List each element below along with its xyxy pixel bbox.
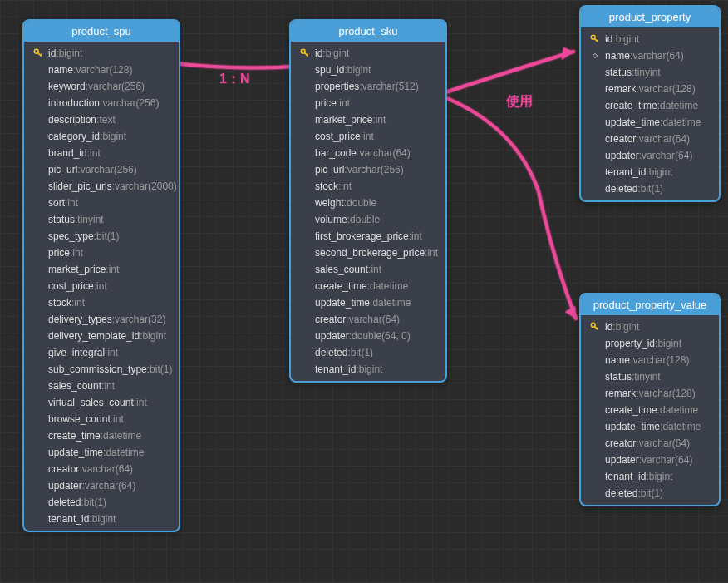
table-row[interactable]: give_integral: int: [24, 344, 179, 361]
table-row[interactable]: tenant_id: bigint: [581, 164, 719, 180]
table-row[interactable]: updater: varchar(64): [24, 477, 179, 494]
table-row[interactable]: update_time: datetime: [581, 114, 719, 131]
table-row[interactable]: pic_url: varchar(256): [24, 161, 179, 178]
table-row[interactable]: sales_count: int: [24, 378, 179, 394]
table-row[interactable]: second_brokerage_price: int: [291, 245, 445, 261]
table-row[interactable]: introduction: varchar(256): [24, 95, 179, 111]
table-row[interactable]: creator: varchar(64): [291, 311, 445, 328]
table-row[interactable]: first_brokerage_price: int: [291, 228, 445, 245]
field-name: stock: [315, 180, 338, 193]
field-type: varchar(64): [349, 313, 400, 326]
table-row[interactable]: name: varchar(128): [581, 352, 719, 368]
table-row[interactable]: spu_id: bigint: [291, 62, 445, 78]
field-name: id: [605, 32, 612, 46]
table-row[interactable]: price: int: [291, 95, 445, 111]
table-header[interactable]: product_sku: [291, 21, 445, 42]
table-row[interactable]: sort: int: [24, 195, 179, 211]
field-type: varchar(256): [102, 96, 159, 110]
table-row[interactable]: creator: varchar(64): [581, 435, 719, 452]
field-type: bigint: [142, 329, 166, 343]
field-type: bigint: [59, 47, 83, 60]
field-type: int: [411, 230, 422, 243]
table-row[interactable]: updater: double(64, 0): [291, 328, 445, 344]
field-type: int: [72, 246, 83, 259]
table-row[interactable]: update_time: datetime: [291, 294, 445, 311]
table-row[interactable]: spec_type: bit(1): [24, 228, 179, 245]
table-row[interactable]: bar_code: varchar(64): [291, 145, 445, 161]
blank-icon: [299, 131, 311, 142]
table-row[interactable]: tenant_id: bigint: [24, 511, 179, 527]
field-type: varchar(512): [362, 80, 419, 93]
table-row[interactable]: browse_count: int: [24, 411, 179, 427]
table-row[interactable]: volume: double: [291, 211, 445, 228]
table-row[interactable]: sub_commission_type: bit(1): [24, 361, 179, 378]
table-header[interactable]: product_spu: [24, 21, 179, 42]
table-row[interactable]: updater: varchar(64): [581, 452, 719, 468]
table-spu[interactable]: product_spuid: bigintname: varchar(128)k…: [22, 19, 180, 532]
table-row[interactable]: tenant_id: bigint: [291, 361, 445, 378]
table-row[interactable]: slider_pic_urls: varchar(2000): [24, 178, 179, 195]
table-row[interactable]: create_time: datetime: [581, 402, 719, 418]
table-row[interactable]: delivery_template_id: bigint: [24, 328, 179, 344]
table-row[interactable]: status: tinyint: [581, 368, 719, 385]
table-row[interactable]: category_id: bigint: [24, 128, 179, 145]
field-type: varchar(2000): [115, 180, 177, 193]
table-row[interactable]: id: bigint: [581, 31, 719, 47]
table-row[interactable]: keyword: varchar(256): [24, 78, 179, 95]
table-row[interactable]: pic_url: varchar(256): [291, 161, 445, 178]
table-row[interactable]: creator: varchar(64): [24, 461, 179, 477]
table-header[interactable]: product_property_value: [581, 294, 719, 315]
field-name: update_time: [605, 420, 660, 433]
field-type: bigint: [657, 337, 681, 350]
field-type: bit(1): [641, 182, 663, 195]
table-row[interactable]: cost_price: int: [291, 128, 445, 145]
field-type: datetime: [662, 116, 701, 129]
table-row[interactable]: market_price: int: [291, 111, 445, 128]
table-row[interactable]: deleted: bit(1): [24, 494, 179, 511]
table-row[interactable]: name: varchar(64): [581, 47, 719, 64]
table-property_value[interactable]: product_property_valueid: bigintproperty…: [579, 293, 721, 506]
table-row[interactable]: weight: double: [291, 195, 445, 211]
table-row[interactable]: delivery_types: varchar(32): [24, 311, 179, 328]
table-row[interactable]: tenant_id: bigint: [581, 468, 719, 485]
table-row[interactable]: status: tinyint: [24, 211, 179, 228]
table-row[interactable]: status: tinyint: [581, 64, 719, 81]
field-type: int: [107, 346, 118, 359]
table-row[interactable]: id: bigint: [581, 319, 719, 335]
table-row[interactable]: create_time: datetime: [291, 278, 445, 294]
table-row[interactable]: virtual_sales_count: int: [24, 394, 179, 411]
field-name: spu_id: [315, 63, 344, 77]
diamond-icon: [589, 50, 601, 62]
table-sku[interactable]: product_skuid: bigintspu_id: bigintprope…: [289, 19, 447, 383]
table-row[interactable]: update_time: datetime: [24, 444, 179, 461]
table-row[interactable]: remark: varchar(128): [581, 385, 719, 402]
table-row[interactable]: brand_id: int: [24, 145, 179, 161]
table-row[interactable]: name: varchar(128): [24, 62, 179, 78]
table-row[interactable]: remark: varchar(128): [581, 81, 719, 97]
blank-icon: [32, 513, 44, 525]
table-row[interactable]: stock: int: [291, 178, 445, 195]
table-row[interactable]: description: text: [24, 111, 179, 128]
table-row[interactable]: id: bigint: [24, 45, 179, 62]
table-header[interactable]: product_property: [581, 7, 719, 27]
table-row[interactable]: stock: int: [24, 294, 179, 311]
table-row[interactable]: updater: varchar(64): [581, 147, 719, 164]
table-row[interactable]: properties: varchar(512): [291, 78, 445, 95]
table-property[interactable]: product_propertyid: bigintname: varchar(…: [579, 5, 721, 202]
table-row[interactable]: creator: varchar(64): [581, 131, 719, 147]
table-row[interactable]: cost_price: int: [24, 278, 179, 294]
table-row[interactable]: deleted: bit(1): [291, 344, 445, 361]
table-row[interactable]: deleted: bit(1): [581, 180, 719, 197]
table-row[interactable]: id: bigint: [291, 45, 445, 62]
table-row[interactable]: market_price: int: [24, 261, 179, 278]
table-row[interactable]: update_time: datetime: [581, 418, 719, 435]
field-name: price: [48, 246, 70, 259]
table-row[interactable]: price: int: [24, 245, 179, 261]
table-row[interactable]: property_id: bigint: [581, 335, 719, 352]
blank-icon: [589, 338, 601, 349]
table-row[interactable]: create_time: datetime: [581, 97, 719, 114]
table-row[interactable]: create_time: datetime: [24, 427, 179, 444]
table-row[interactable]: sales_count: int: [291, 261, 445, 278]
table-row[interactable]: deleted: bit(1): [581, 485, 719, 501]
key-icon: [589, 33, 601, 45]
